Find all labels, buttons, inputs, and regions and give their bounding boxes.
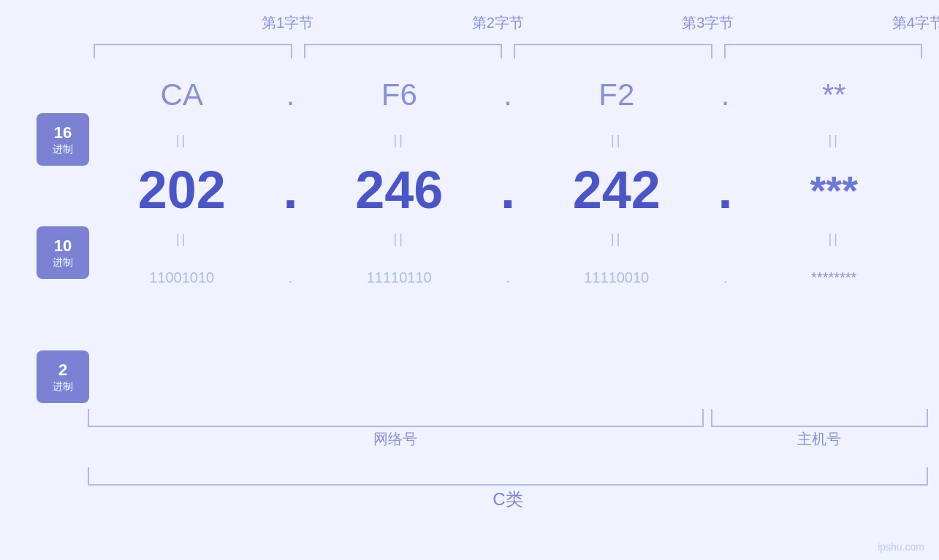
dbar1-b1: || bbox=[88, 133, 276, 148]
dec-dot2: . bbox=[493, 160, 522, 220]
dbar2-b2: || bbox=[305, 231, 494, 247]
bracket-b1 bbox=[94, 44, 292, 58]
dec-b1: 202 bbox=[88, 160, 276, 220]
dbar2-b1: || bbox=[88, 231, 276, 247]
bin-label: 2 进制 bbox=[37, 350, 89, 403]
bin-b3: 11110010 bbox=[522, 269, 711, 286]
bin-row: 11001010 . 11110110 . 11110010 . *******… bbox=[88, 252, 928, 303]
dec-dot3: . bbox=[711, 160, 740, 220]
bin-unit: 进制 bbox=[53, 380, 73, 393]
dec-dot1: . bbox=[276, 160, 305, 220]
dbar-row1: || || || || bbox=[88, 128, 928, 153]
bin-b1: 11001010 bbox=[88, 269, 276, 286]
dbar2-b3: || bbox=[522, 231, 711, 247]
dbar1-b2: || bbox=[305, 133, 494, 148]
dbar1-b3: || bbox=[522, 133, 711, 148]
watermark: ipshu.com bbox=[878, 541, 924, 553]
dbar-row2: || || || || bbox=[88, 226, 928, 252]
hex-row: CA . F6 . F2 . ** bbox=[88, 62, 928, 128]
byte3-header: 第3字节 bbox=[603, 13, 813, 33]
dec-row: 202 . 246 . 242 . *** bbox=[88, 153, 928, 226]
bracket-b3 bbox=[514, 44, 712, 58]
bin-dot1: . bbox=[276, 269, 305, 286]
byte-headers: 第1字节 第2字节 第3字节 第4字节 bbox=[183, 13, 939, 33]
bin-b4: ******** bbox=[740, 269, 929, 286]
bin-dot3: . bbox=[711, 269, 740, 286]
hex-dot3: . bbox=[711, 77, 740, 112]
bracket-b2 bbox=[304, 44, 503, 58]
hex-num: 16 bbox=[54, 123, 72, 142]
hex-label: 16 进制 bbox=[37, 113, 89, 166]
byte4-header: 第4字节 bbox=[813, 13, 940, 33]
dec-b2: 246 bbox=[305, 160, 494, 220]
byte1-header: 第1字节 bbox=[183, 13, 393, 33]
hex-b3: F2 bbox=[522, 77, 711, 112]
host-label: 主机号 bbox=[711, 429, 929, 449]
bin-dot2: . bbox=[493, 269, 522, 286]
hex-dot2: . bbox=[493, 77, 522, 112]
bin-num: 2 bbox=[58, 361, 67, 380]
net-label: 网络号 bbox=[88, 429, 704, 449]
host-bracket bbox=[711, 409, 929, 427]
main-container: 第1字节 第2字节 第3字节 第4字节 16 进制 10 进制 2 进制 CA … bbox=[0, 0, 939, 560]
main-grid: CA . F6 . F2 . ** || || || || 202 . 246 … bbox=[88, 62, 928, 303]
section-brackets bbox=[88, 409, 928, 427]
dec-unit: 进制 bbox=[53, 256, 73, 269]
section-labels: 网络号 主机号 bbox=[88, 429, 928, 449]
byte2-header: 第2字节 bbox=[393, 13, 604, 33]
dec-num: 10 bbox=[54, 237, 72, 256]
hex-b1: CA bbox=[88, 77, 276, 112]
hex-dot1: . bbox=[276, 77, 305, 112]
hex-b2: F6 bbox=[305, 77, 494, 112]
hex-b4: ** bbox=[740, 77, 929, 112]
dec-b4: *** bbox=[740, 166, 929, 214]
net-bracket bbox=[88, 409, 704, 427]
top-brackets bbox=[88, 44, 928, 58]
bracket-b4 bbox=[724, 44, 923, 58]
dec-label: 10 进制 bbox=[37, 226, 89, 279]
dec-b3: 242 bbox=[522, 160, 711, 220]
dbar2-b4: || bbox=[740, 231, 929, 247]
class-label: C类 bbox=[88, 488, 928, 511]
class-bracket bbox=[88, 467, 928, 486]
hex-unit: 进制 bbox=[53, 143, 73, 156]
bin-b2: 11110110 bbox=[305, 269, 494, 286]
dbar1-b4: || bbox=[740, 133, 929, 148]
